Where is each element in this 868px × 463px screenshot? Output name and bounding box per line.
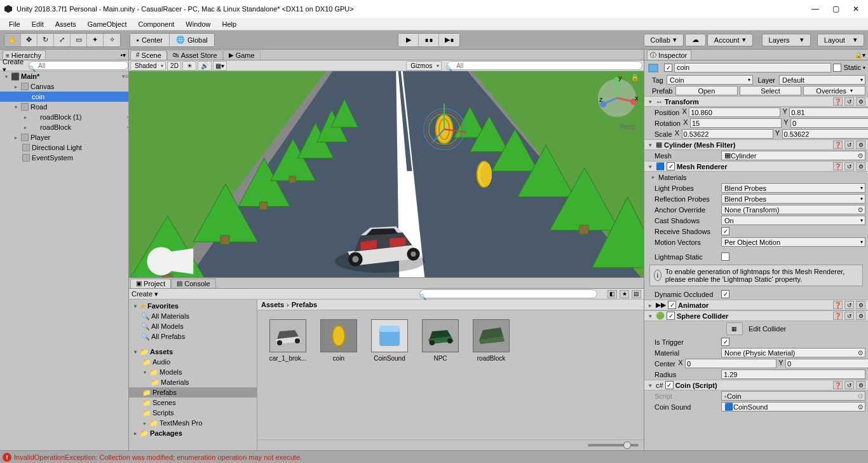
statusbar[interactable]: ! InvalidOperationException: Collection … [0,450,868,463]
transform-tool[interactable]: ✦ [87,34,104,46]
menu-file[interactable]: File [4,19,25,29]
asset-store-tab[interactable]: 🛍 Asset Store [167,50,223,60]
lighting-toggle[interactable]: ☀ [182,61,196,71]
tag-dropdown[interactable]: Coin [667,75,753,85]
menu-help[interactable]: Help [217,19,241,29]
fx-toggle[interactable]: ▦▾ [213,61,227,71]
transform-header[interactable]: ▾↔Transform❓↺⚙ [644,96,868,107]
static-checkbox[interactable] [833,64,841,72]
center-x[interactable] [685,359,776,368]
coin-script-header[interactable]: ▾c#✓Coin (Script)❓↺⚙ [644,380,868,390]
collab-dropdown[interactable]: Collab ▾ [644,34,684,46]
step-button[interactable]: ▶∎ [439,34,459,46]
reset-icon[interactable]: ↺ [844,97,854,106]
audio-toggle[interactable]: 🔊 [198,61,212,71]
hierarchy-item[interactable]: coin› [0,92,128,102]
project-search[interactable] [419,289,597,298]
hierarchy-search[interactable] [29,61,128,70]
hand-tool[interactable]: ✋ [4,34,21,46]
layout-dropdown[interactable]: Layout ▾ [817,34,864,46]
panel-menu-icon[interactable]: ▪▾ [120,52,126,59]
shading-mode-dropdown[interactable]: Shaded [130,61,166,71]
object-name-input[interactable] [674,63,831,73]
scl-y[interactable] [782,129,868,139]
minimize-button[interactable]: — [811,4,820,13]
pivot-center-toggle[interactable]: ▪ Center [130,34,169,46]
asset-grid[interactable]: car_1_brok... coin CoinSound NPC roadBlo… [257,310,644,439]
cloud-button[interactable]: ☁ [685,34,706,46]
move-tool[interactable]: ✥ [21,34,37,46]
anchor-field[interactable]: None (Transform) [721,205,865,214]
project-tree[interactable]: ▾★Favorites 🔍All Materials 🔍All Models 🔍… [129,300,257,450]
asset-coinsound[interactable]: CoinSound [368,319,411,362]
physic-material-field[interactable]: None (Physic Material) [721,348,865,357]
gizmos-dropdown[interactable]: Gizmos [406,61,442,71]
radius-input[interactable] [721,370,865,379]
edit-collider-button[interactable]: ▦ [726,322,743,335]
inspector-tab[interactable]: ⓘ Inspector [647,50,691,60]
hierarchy-item[interactable]: ▾Road [0,102,128,112]
rect-tool[interactable]: ▭ [71,34,87,46]
account-dropdown[interactable]: Account ▾ [707,34,753,46]
menu-assets[interactable]: Assets [50,19,81,29]
scale-tool[interactable]: ⤢ [54,34,71,46]
rot-y[interactable] [790,118,868,128]
console-tab[interactable]: ▤ Console [171,279,215,288]
play-button[interactable]: ▶ [398,34,419,46]
close-button[interactable]: ✕ [851,4,860,13]
pos-y[interactable] [789,107,868,117]
menu-component[interactable]: Component [133,19,179,29]
meshfilter-header[interactable]: ▾▦Cylinder (Mesh Filter)❓↺⚙ [644,139,868,150]
hierarchy-item[interactable]: ▸Canvas [0,81,128,92]
local-global-toggle[interactable]: 🌐 Global [169,34,214,46]
refl-probes-dropdown[interactable]: Blend Probes [721,194,865,204]
lock-icon[interactable]: 🔒 [631,74,639,81]
prefab-overrides-button[interactable]: Overrides ▾ [803,86,865,95]
inspector-lock-icon[interactable]: 🔒▾ [855,52,865,59]
motion-vectors-dropdown[interactable]: Per Object Motion [721,237,865,247]
gear-icon[interactable]: ⚙ [856,97,865,106]
center-y[interactable] [785,359,868,368]
mesh-field[interactable]: ▦Cylinder [721,151,865,160]
prefab-open-button[interactable]: Open [675,86,738,95]
scene-search[interactable] [447,61,642,70]
custom-tool[interactable]: ✧ [104,34,120,46]
project-tab[interactable]: ▣ Project [130,279,171,288]
2d-toggle[interactable]: 2D [167,61,181,71]
scene-gizmo[interactable]: yxz 🔒 [594,75,640,121]
thumbnail-size-slider[interactable] [588,444,639,446]
scene-view[interactable]: yxz 🔒 Persp [129,71,644,277]
help-icon[interactable]: ❓ [833,97,843,106]
rot-x[interactable] [690,118,782,128]
asset-roadblock[interactable]: roadBlock [470,319,513,362]
pos-x[interactable] [689,107,780,117]
scene-row[interactable]: ▾ ⬛ Main* ▾≡ [0,71,128,81]
scl-x[interactable] [682,129,773,139]
menu-edit[interactable]: Edit [27,19,49,29]
hierarchy-item[interactable]: ▸roadBlock› [0,122,128,132]
menu-gameobject[interactable]: GameObject [83,19,132,29]
collider-header[interactable]: ▾🟢✓Sphere Collider❓↺⚙ [644,310,868,321]
coin-sound-field[interactable]: 🟦CoinSound [721,402,865,411]
save-icon[interactable]: ★ [620,290,629,298]
asset-car[interactable]: car_1_brok... [266,319,309,362]
rotate-tool[interactable]: ↻ [37,34,54,46]
light-probes-dropdown[interactable]: Blend Probes [721,183,865,193]
layer-dropdown[interactable]: Default [779,75,865,85]
hierarchy-item[interactable]: ▸roadBlock (1)› [0,112,128,122]
hierarchy-tree[interactable]: ▾ ⬛ Main* ▾≡ ▸Canvascoin›▾Road▸roadBlock… [0,71,128,450]
pause-button[interactable]: ∎∎ [419,34,439,46]
meshrenderer-header[interactable]: ▾🟦✓Mesh Renderer❓↺⚙ [644,161,868,172]
receive-shadows-checkbox[interactable]: ✓ [721,227,729,235]
lightmap-static-checkbox[interactable] [721,252,729,261]
game-tab[interactable]: ▶ Game [223,50,261,60]
project-create-dropdown[interactable]: Create ▾ [132,290,158,298]
hierarchy-item[interactable]: Directional Light [0,142,128,153]
scene-tab[interactable]: # Scene [130,50,167,60]
hierarchy-item[interactable]: ▸Player [0,132,128,142]
persp-label[interactable]: Persp [620,123,636,130]
maximize-button[interactable]: ▢ [831,4,840,13]
cast-shadows-dropdown[interactable]: On [721,216,865,225]
hierarchy-item[interactable]: EventSystem [0,153,128,163]
is-trigger-checkbox[interactable]: ✓ [721,338,729,346]
